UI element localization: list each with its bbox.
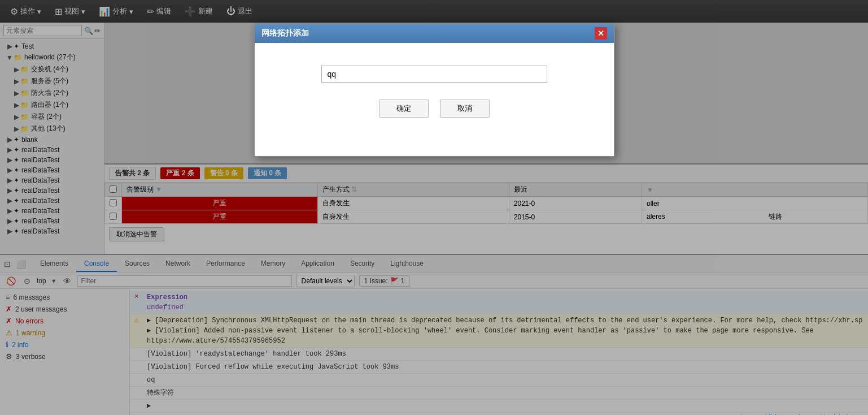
topology-add-modal: 网络拓扑添加 ✕ 确定 取消 xyxy=(254,23,615,157)
modal-ok-button[interactable]: 确定 xyxy=(379,100,429,118)
modal-close-button[interactable]: ✕ xyxy=(595,27,607,40)
modal-buttons: 确定 取消 xyxy=(379,100,490,118)
modal-titlebar: 网络拓扑添加 ✕ xyxy=(255,24,614,43)
modal-title: 网络拓扑添加 xyxy=(261,28,309,38)
modal-cancel-button[interactable]: 取消 xyxy=(440,100,490,118)
modal-overlay: 网络拓扑添加 ✕ 确定 取消 xyxy=(0,0,868,415)
modal-body: 确定 取消 xyxy=(255,43,614,156)
topology-name-input[interactable] xyxy=(321,66,547,83)
